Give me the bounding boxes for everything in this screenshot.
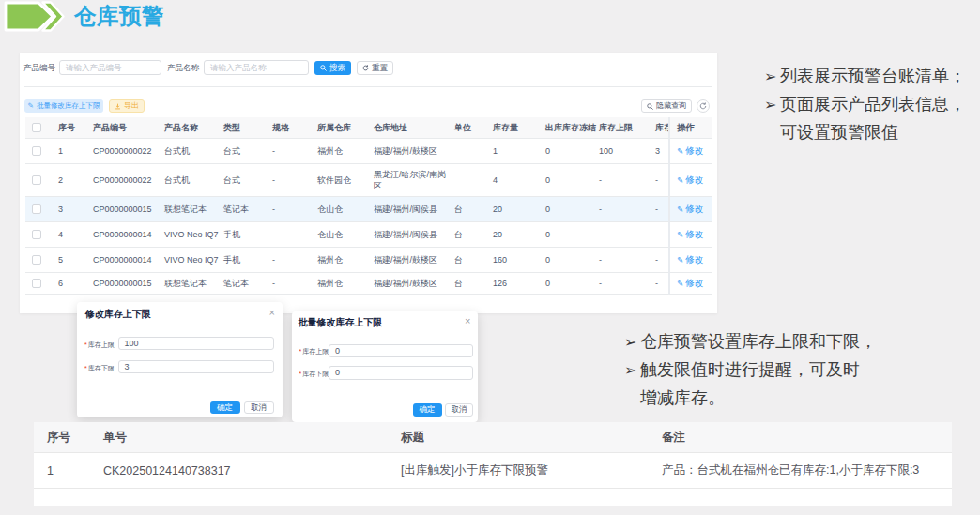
row-checkbox-cell	[25, 230, 53, 239]
cell-spec: -	[266, 278, 311, 289]
action-column-label: 操作	[677, 122, 695, 134]
column-header: 出库库存冻结	[539, 122, 592, 133]
alert-column-header: 备注	[662, 422, 685, 452]
cell-warehouse: 软件园仓	[311, 174, 367, 186]
edit-link-label: 修改	[685, 204, 703, 216]
row-checkbox[interactable]	[32, 255, 41, 265]
row-checkbox[interactable]	[32, 279, 41, 288]
refresh-button[interactable]	[697, 99, 710, 113]
download-icon	[115, 103, 121, 110]
row-checkbox[interactable]	[32, 146, 41, 156]
cell-frozen: 0	[539, 229, 592, 240]
row-checkbox[interactable]	[32, 175, 41, 185]
row-action-cell: ✎修改	[668, 273, 712, 295]
column-header: 库存量	[486, 122, 539, 133]
product-code-input[interactable]: 请输入产品编号	[59, 60, 161, 75]
search-button[interactable]: 搜索	[314, 61, 351, 75]
edit-pencil-icon: ✎	[677, 280, 683, 288]
select-all-checkbox[interactable]	[32, 123, 41, 132]
annotation-line: ➢仓库预警设置库存上限和下限，	[624, 327, 877, 356]
cell-stock: 126	[486, 278, 539, 289]
upper-limit-label: *库存上限	[84, 341, 115, 350]
lower-limit-input[interactable]: 3	[118, 360, 274, 374]
arrow-bullet-icon: ➢	[624, 361, 640, 379]
cell-type: 笔记本	[217, 204, 266, 215]
cell-address: 福建/福州/闽侯县	[367, 229, 448, 240]
required-asterisk: *	[84, 365, 87, 371]
hide-query-button[interactable]: 隐藏查询	[641, 99, 692, 113]
cell-seq: 3	[52, 204, 86, 215]
cell-address: 福建/福州/闽侯县	[367, 204, 448, 215]
cell-stock: 160	[486, 254, 539, 265]
required-asterisk: *	[84, 341, 87, 348]
cell-type: 手机	[217, 229, 266, 240]
row-checkbox[interactable]	[32, 230, 41, 239]
cancel-button[interactable]: 取消	[445, 403, 473, 417]
column-header: 仓库地址	[367, 122, 448, 133]
cell-upper: -	[592, 254, 649, 265]
confirm-button[interactable]: 确定	[413, 403, 442, 417]
cancel-button[interactable]: 取消	[244, 401, 274, 414]
table-row: 2CP0000000022台式机台式-软件园仓黑龙江/哈尔滨/南岗区40--✎修…	[25, 164, 712, 197]
cell-address: 黑龙江/哈尔滨/南岗区	[367, 169, 448, 191]
cell-type: 台式	[217, 145, 266, 157]
cell-seq: 2	[52, 174, 86, 186]
cell-unit: 台	[448, 229, 486, 240]
product-name-label: 产品名称	[167, 60, 199, 75]
cell-warehouse: 福州仓	[311, 278, 367, 289]
refresh-icon	[699, 102, 707, 110]
cell-warehouse: 福州仓	[311, 145, 367, 157]
cell-warehouse: 仓山仓	[311, 204, 367, 215]
product-name-input[interactable]: 请输入产品名称	[204, 60, 309, 75]
table-header-row: 序号产品编号产品名称类型规格所属仓库仓库地址单位库存量出库库存冻结库存上限库存下…	[25, 117, 712, 139]
row-action-cell: ✎修改	[668, 139, 712, 164]
row-checkbox-cell	[25, 279, 53, 288]
cell-stock: 20	[486, 229, 539, 240]
green-arrow-icon	[0, 0, 68, 36]
close-icon[interactable]: ×	[269, 308, 275, 317]
header-checkbox-cell	[25, 123, 53, 132]
edit-pencil-icon: ✎	[677, 231, 683, 239]
annotation-line: ➢可设置预警限值	[764, 118, 966, 146]
annotation-text: 仓库预警设置库存上限和下限，	[640, 330, 877, 353]
cell-stock: 20	[486, 204, 539, 215]
edit-link[interactable]: ✎修改	[677, 229, 703, 241]
modal-title: 批量修改库存上下限	[299, 316, 383, 329]
upper-limit-label: *库存上限	[299, 347, 329, 356]
alert-cell: CK20250124140738317	[103, 453, 231, 488]
batch-edit-button[interactable]: ✎ 批量修改库存上下限	[24, 99, 103, 113]
lower-limit-input[interactable]: 0	[329, 366, 473, 380]
edit-link[interactable]: ✎修改	[677, 174, 703, 187]
cell-spec: -	[266, 229, 311, 240]
cell-code: CP0000000015	[86, 278, 158, 289]
edit-link[interactable]: ✎修改	[677, 278, 703, 290]
cell-upper: -	[592, 278, 649, 289]
row-checkbox-cell	[25, 255, 53, 265]
row-checkbox[interactable]	[32, 204, 41, 214]
column-header: 单位	[448, 122, 486, 133]
cell-name: 台式机	[158, 145, 217, 157]
edit-link[interactable]: ✎修改	[677, 145, 703, 158]
edit-link[interactable]: ✎修改	[677, 254, 703, 266]
alert-column-header: 序号	[47, 422, 70, 452]
annotation-line: ➢增减库存。	[624, 384, 877, 412]
arrow-bullet-icon: ➢	[764, 68, 780, 85]
confirm-button[interactable]: 确定	[210, 401, 240, 414]
reset-button[interactable]: 重置	[357, 61, 393, 75]
refresh-icon	[362, 65, 369, 71]
close-icon[interactable]: ×	[465, 316, 470, 326]
edit-link[interactable]: ✎修改	[677, 204, 703, 216]
lower-limit-label: *库存下限	[84, 364, 115, 373]
upper-limit-input[interactable]: 0	[329, 344, 473, 358]
annotation-line: ➢页面展示产品列表信息，	[764, 90, 966, 118]
edit-pencil-icon: ✎	[677, 256, 683, 265]
edit-pencil-icon: ✎	[677, 205, 683, 214]
alert-cell: [出库触发]小于库存下限预警	[401, 453, 548, 488]
cell-name: 联想笔记本	[158, 204, 217, 215]
arrow-bullet-icon: ➢	[624, 333, 640, 351]
export-button[interactable]: 导出	[109, 99, 145, 113]
cell-type: 台式	[217, 174, 266, 186]
cell-seq: 6	[52, 278, 86, 289]
upper-limit-input[interactable]: 100	[118, 337, 274, 351]
lower-limit-label: *库存下限	[299, 370, 329, 379]
